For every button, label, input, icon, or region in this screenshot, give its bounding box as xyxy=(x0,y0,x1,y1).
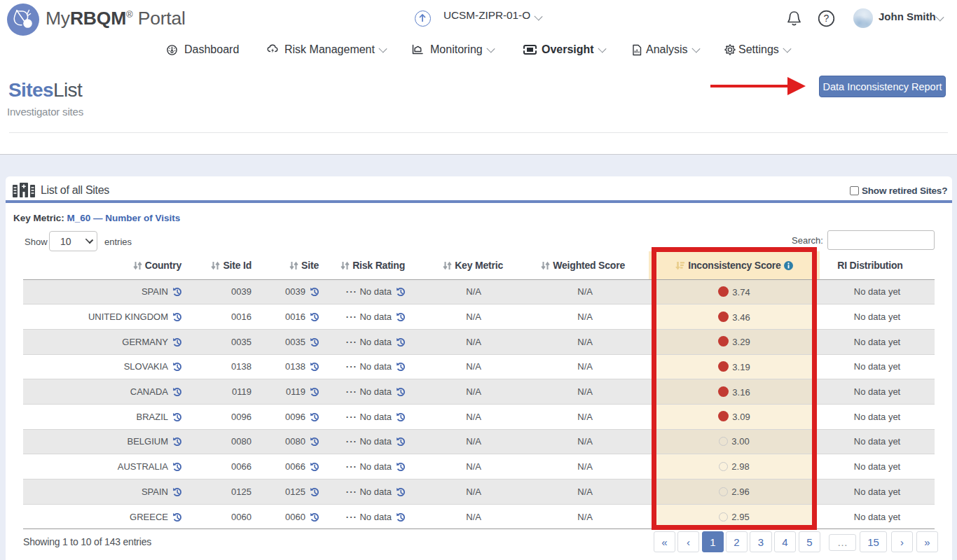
svg-text:?: ? xyxy=(824,13,829,24)
